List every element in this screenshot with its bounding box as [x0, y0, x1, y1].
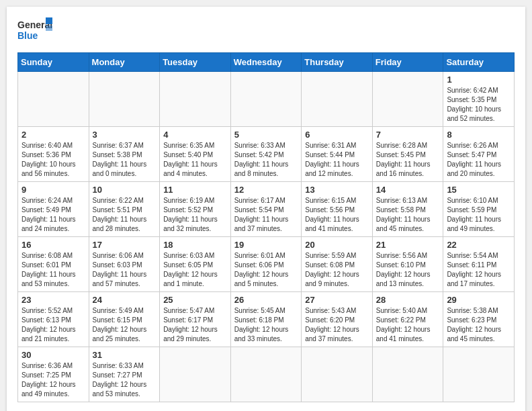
svg-marker-3: [46, 26, 52, 31]
week-row-6: 30Sunrise: 6:36 AM Sunset: 7:25 PM Dayli…: [18, 347, 515, 402]
day-number: 27: [305, 295, 369, 305]
day-info: Sunrise: 6:03 AM Sunset: 6:05 PM Dayligh…: [163, 251, 227, 289]
day-cell: [89, 72, 160, 127]
day-info: Sunrise: 5:54 AM Sunset: 6:11 PM Dayligh…: [447, 251, 511, 289]
day-cell: 16Sunrise: 6:08 AM Sunset: 6:01 PM Dayli…: [18, 237, 89, 292]
day-info: Sunrise: 6:10 AM Sunset: 5:59 PM Dayligh…: [447, 196, 511, 234]
day-info: Sunrise: 6:33 AM Sunset: 7:27 PM Dayligh…: [93, 361, 157, 399]
day-info: Sunrise: 6:35 AM Sunset: 5:40 PM Dayligh…: [163, 141, 227, 179]
day-info: Sunrise: 5:40 AM Sunset: 6:22 PM Dayligh…: [376, 306, 440, 344]
day-cell: [160, 72, 231, 127]
day-number: 24: [93, 295, 157, 305]
day-number: 11: [163, 185, 227, 195]
day-info: Sunrise: 6:24 AM Sunset: 5:49 PM Dayligh…: [21, 196, 85, 234]
day-info: Sunrise: 6:01 AM Sunset: 6:06 PM Dayligh…: [234, 251, 298, 289]
calendar-header: General Blue: [17, 17, 515, 47]
day-cell: 12Sunrise: 6:17 AM Sunset: 5:54 PM Dayli…: [230, 182, 302, 237]
weekday-header-saturday: Saturday: [443, 53, 515, 72]
day-number: 23: [21, 295, 85, 305]
day-cell: 5Sunrise: 6:33 AM Sunset: 5:42 PM Daylig…: [230, 127, 302, 182]
day-cell: 17Sunrise: 6:06 AM Sunset: 6:03 PM Dayli…: [89, 237, 160, 292]
day-cell: 26Sunrise: 5:45 AM Sunset: 6:18 PM Dayli…: [230, 292, 302, 347]
day-info: Sunrise: 6:17 AM Sunset: 5:54 PM Dayligh…: [234, 196, 298, 234]
day-cell: 24Sunrise: 5:49 AM Sunset: 6:15 PM Dayli…: [89, 292, 160, 347]
day-cell: 18Sunrise: 6:03 AM Sunset: 6:05 PM Dayli…: [160, 237, 231, 292]
day-cell: [302, 347, 373, 402]
day-number: 10: [93, 185, 157, 195]
day-number: 14: [376, 185, 440, 195]
day-cell: [443, 347, 515, 402]
day-cell: 9Sunrise: 6:24 AM Sunset: 5:49 PM Daylig…: [18, 182, 89, 237]
day-cell: 29Sunrise: 5:38 AM Sunset: 6:23 PM Dayli…: [443, 292, 515, 347]
day-cell: 8Sunrise: 6:26 AM Sunset: 5:47 PM Daylig…: [443, 127, 515, 182]
day-number: 6: [305, 130, 369, 140]
day-cell: 22Sunrise: 5:54 AM Sunset: 6:11 PM Dayli…: [443, 237, 515, 292]
day-number: 19: [234, 240, 298, 250]
day-info: Sunrise: 6:15 AM Sunset: 5:56 PM Dayligh…: [305, 196, 369, 234]
day-number: 1: [447, 75, 511, 85]
day-cell: 21Sunrise: 5:56 AM Sunset: 6:10 PM Dayli…: [372, 237, 443, 292]
day-info: Sunrise: 5:52 AM Sunset: 6:13 PM Dayligh…: [21, 306, 85, 344]
day-cell: 7Sunrise: 6:28 AM Sunset: 5:45 PM Daylig…: [372, 127, 443, 182]
day-number: 12: [234, 185, 298, 195]
day-cell: 11Sunrise: 6:19 AM Sunset: 5:52 PM Dayli…: [160, 182, 231, 237]
day-number: 21: [376, 240, 440, 250]
logo: General Blue: [17, 17, 52, 47]
day-info: Sunrise: 6:26 AM Sunset: 5:47 PM Dayligh…: [447, 141, 511, 179]
day-info: Sunrise: 5:45 AM Sunset: 6:18 PM Dayligh…: [234, 306, 298, 344]
day-number: 18: [163, 240, 227, 250]
day-info: Sunrise: 6:06 AM Sunset: 6:03 PM Dayligh…: [93, 251, 157, 289]
calendar-container: General Blue SundayMondayTuesdayWednesda…: [7, 7, 525, 411]
day-cell: 20Sunrise: 5:59 AM Sunset: 6:08 PM Dayli…: [302, 237, 373, 292]
day-info: Sunrise: 6:37 AM Sunset: 5:38 PM Dayligh…: [93, 141, 157, 179]
day-number: 30: [21, 350, 85, 360]
day-number: 31: [93, 350, 157, 360]
day-number: 8: [447, 130, 511, 140]
day-cell: 10Sunrise: 6:22 AM Sunset: 5:51 PM Dayli…: [89, 182, 160, 237]
day-number: 22: [447, 240, 511, 250]
day-number: 16: [21, 240, 85, 250]
day-info: Sunrise: 6:28 AM Sunset: 5:45 PM Dayligh…: [376, 141, 440, 179]
day-cell: 13Sunrise: 6:15 AM Sunset: 5:56 PM Dayli…: [302, 182, 373, 237]
day-cell: 6Sunrise: 6:31 AM Sunset: 5:44 PM Daylig…: [302, 127, 373, 182]
day-cell: 4Sunrise: 6:35 AM Sunset: 5:40 PM Daylig…: [160, 127, 231, 182]
week-row-3: 9Sunrise: 6:24 AM Sunset: 5:49 PM Daylig…: [18, 182, 515, 237]
day-cell: 2Sunrise: 6:40 AM Sunset: 5:36 PM Daylig…: [18, 127, 89, 182]
day-cell: 23Sunrise: 5:52 AM Sunset: 6:13 PM Dayli…: [18, 292, 89, 347]
day-cell: 31Sunrise: 6:33 AM Sunset: 7:27 PM Dayli…: [89, 347, 160, 402]
day-info: Sunrise: 6:42 AM Sunset: 5:35 PM Dayligh…: [447, 86, 511, 124]
svg-text:Blue: Blue: [17, 30, 38, 41]
week-row-2: 2Sunrise: 6:40 AM Sunset: 5:36 PM Daylig…: [18, 127, 515, 182]
day-cell: [302, 72, 373, 127]
day-number: 28: [376, 295, 440, 305]
day-number: 20: [305, 240, 369, 250]
day-cell: 28Sunrise: 5:40 AM Sunset: 6:22 PM Dayli…: [372, 292, 443, 347]
weekday-header-tuesday: Tuesday: [160, 53, 231, 72]
day-number: 13: [305, 185, 369, 195]
weekday-header-friday: Friday: [372, 53, 443, 72]
week-row-5: 23Sunrise: 5:52 AM Sunset: 6:13 PM Dayli…: [18, 292, 515, 347]
day-info: Sunrise: 5:47 AM Sunset: 6:17 PM Dayligh…: [163, 306, 227, 344]
day-cell: [18, 72, 89, 127]
day-cell: 30Sunrise: 6:36 AM Sunset: 7:25 PM Dayli…: [18, 347, 89, 402]
day-number: 7: [376, 130, 440, 140]
day-cell: [230, 72, 302, 127]
day-info: Sunrise: 6:19 AM Sunset: 5:52 PM Dayligh…: [163, 196, 227, 234]
day-number: 25: [163, 295, 227, 305]
svg-marker-2: [46, 17, 52, 24]
day-cell: 14Sunrise: 6:13 AM Sunset: 5:58 PM Dayli…: [372, 182, 443, 237]
day-number: 17: [93, 240, 157, 250]
day-info: Sunrise: 6:08 AM Sunset: 6:01 PM Dayligh…: [21, 251, 85, 289]
day-cell: 15Sunrise: 6:10 AM Sunset: 5:59 PM Dayli…: [443, 182, 515, 237]
day-info: Sunrise: 5:43 AM Sunset: 6:20 PM Dayligh…: [305, 306, 369, 344]
day-number: 4: [163, 130, 227, 140]
week-row-4: 16Sunrise: 6:08 AM Sunset: 6:01 PM Dayli…: [18, 237, 515, 292]
day-number: 26: [234, 295, 298, 305]
day-number: 15: [447, 185, 511, 195]
day-cell: 25Sunrise: 5:47 AM Sunset: 6:17 PM Dayli…: [160, 292, 231, 347]
day-info: Sunrise: 6:22 AM Sunset: 5:51 PM Dayligh…: [93, 196, 157, 234]
week-row-1: 1Sunrise: 6:42 AM Sunset: 5:35 PM Daylig…: [18, 72, 515, 127]
day-cell: 19Sunrise: 6:01 AM Sunset: 6:06 PM Dayli…: [230, 237, 302, 292]
day-info: Sunrise: 5:56 AM Sunset: 6:10 PM Dayligh…: [376, 251, 440, 289]
day-info: Sunrise: 5:59 AM Sunset: 6:08 PM Dayligh…: [305, 251, 369, 289]
